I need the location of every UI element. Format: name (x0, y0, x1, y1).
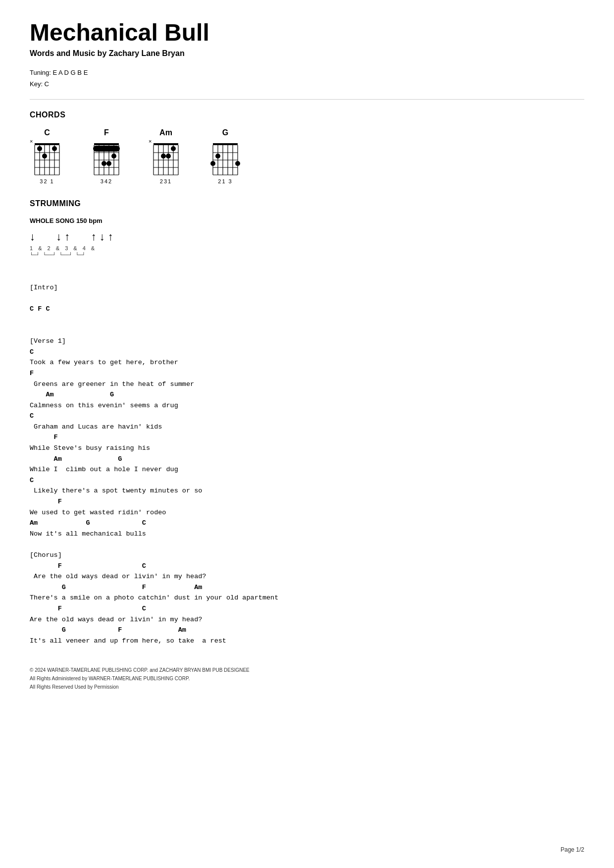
chord-f-diagram (89, 139, 124, 176)
svg-point-26 (102, 161, 106, 166)
chord-am-diagram (149, 139, 183, 176)
svg-point-12 (42, 154, 47, 159)
tuning-info: Tuning: E A D G B E Key: C (30, 67, 584, 90)
lyric-ch2: There's a smile on a photo catchin' dust… (30, 594, 278, 601)
lyric-v1-2: Greens are greener in the heat of summer (30, 380, 194, 388)
lyric-ch4: It's all veneer and up from here, so tak… (30, 637, 226, 645)
chord-f1: F (30, 370, 34, 377)
lyric-v1-3: Calmness on this evenin' seems a drug (30, 402, 178, 409)
chord-c-fingers: 32 1 (40, 178, 54, 184)
chord-g-fingers: 21 3 (218, 178, 232, 184)
lyric-ch1: Are the old ways dead or livin' in my he… (30, 573, 206, 580)
svg-point-40 (161, 154, 166, 159)
verse1-tag: [Verse 1] (30, 337, 66, 345)
svg-rect-25 (93, 146, 120, 152)
chord-f2: F (30, 434, 58, 441)
mute-c: × (30, 138, 33, 144)
footer: © 2024 WARNER-TAMERLANE PUBLISHING CORP.… (30, 666, 584, 691)
chord-ch3: F C (30, 605, 146, 612)
chord-f-fingers: 342 (101, 178, 112, 184)
strum-arrows: ↓ ↓↑ ↑↓↑ (30, 230, 584, 243)
chord-f3: F (30, 498, 62, 505)
chord-am-g2: Am G (30, 455, 122, 463)
chord-c: C × (30, 128, 64, 184)
svg-point-13 (52, 146, 57, 151)
svg-point-41 (166, 154, 171, 159)
song-subtitle: Words and Music by Zachary Lane Bryan (30, 49, 584, 58)
chord-am: Am × (149, 128, 183, 184)
chord-f: F (89, 128, 124, 184)
lyric-v1-5: While Steve's busy raising his (30, 444, 150, 452)
chord-am-g-c1: Am G C (30, 519, 146, 527)
divider (30, 99, 584, 100)
svg-rect-43 (213, 143, 238, 145)
intro-tag: [Intro] (30, 284, 58, 291)
svg-point-11 (37, 146, 42, 151)
svg-point-54 (210, 161, 215, 166)
lyric-v1-9: Now it's all mechanical bulls (30, 530, 146, 538)
chord-am-g1: Am G (30, 391, 114, 398)
lyric-v1-8: We used to get wasted ridin' rodeo (30, 509, 166, 516)
lyric-v1-7: Likely there's a spot twenty minutes or … (30, 487, 202, 494)
chord-g: G 21 3 (208, 128, 243, 184)
song-content: [Intro] C F C [Verse 1] C Took a few yea… (30, 272, 584, 647)
lyric-ch3: Are the old ways dead or livin' in my he… (30, 616, 202, 623)
chord-c3: C (30, 477, 34, 484)
chord-ch4: G F Am (30, 626, 186, 634)
svg-rect-0 (35, 143, 59, 145)
svg-point-56 (235, 161, 240, 166)
svg-point-27 (106, 161, 111, 166)
svg-point-42 (171, 146, 176, 151)
svg-rect-14 (94, 143, 119, 145)
chords-row: C × (30, 128, 584, 184)
strumming-heading: STRUMMING (30, 199, 584, 208)
strum-beats: 1 & 2 & 3 & 4 & (30, 245, 584, 251)
lyric-v1-4: Graham and Lucas are havin' kids (30, 423, 162, 431)
svg-point-28 (111, 154, 116, 159)
chord-c1: C (30, 348, 34, 356)
strumming-tempo: WHOLE SONG 150 bpm (30, 217, 584, 224)
chord-ch2: G F Am (30, 584, 202, 591)
chord-am-fingers: 231 (160, 178, 172, 184)
chord-c2: C (30, 412, 34, 420)
svg-rect-29 (154, 143, 178, 145)
chorus-tag: [Chorus] (30, 551, 62, 559)
chord-ch1: F C (30, 562, 146, 570)
lyric-v1-6: While I climb out a hole I never dug (30, 466, 178, 473)
chord-g-diagram (208, 139, 243, 176)
intro-chords: C F C (30, 305, 50, 313)
svg-point-55 (215, 154, 220, 159)
chords-heading: CHORDS (30, 110, 584, 119)
lyric-v1-1: Took a few years to get here, brother (30, 359, 178, 366)
song-title: Mechanical Bull (30, 20, 584, 46)
chord-c-diagram (30, 139, 64, 176)
mute-am: × (149, 138, 152, 144)
strum-brackets: └─┘ └──┘ └──┘ └─┘ (30, 252, 584, 258)
